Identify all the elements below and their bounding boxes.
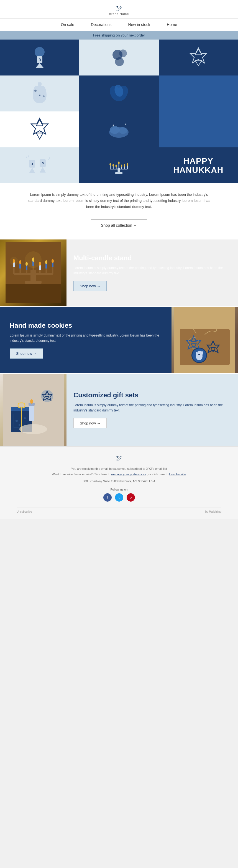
footer-address: 800 Broadway Suite 1500 New York, NY 900… xyxy=(17,479,221,483)
cookies-shop-now-button[interactable]: Shop now → xyxy=(10,348,43,359)
svg-rect-101 xyxy=(29,404,34,421)
cookies-title: Hand made cookies xyxy=(10,321,165,330)
svg-text:ח: ח xyxy=(38,57,41,62)
svg-marker-26 xyxy=(29,167,35,173)
candle-stand-title: Multi-candle stand xyxy=(73,254,231,262)
svg-point-42 xyxy=(110,163,111,166)
hero-cell-hanukkah-text: HAPPY HANUKKAH xyxy=(159,147,238,183)
hero-cell-dreidel: ח xyxy=(0,39,79,75)
svg-point-22 xyxy=(118,127,128,134)
gift-sets-shop-now-button[interactable]: Shop now → xyxy=(73,418,107,428)
gift-sets-content: Customized gift sets Lorem Ipsum is simp… xyxy=(67,374,238,446)
gift-sets-title: Customized gift sets xyxy=(73,391,231,399)
svg-point-103 xyxy=(30,399,33,404)
hero-cell-leaves xyxy=(79,75,158,112)
hero-cell-star-of-david xyxy=(0,112,79,147)
svg-text:✶: ✶ xyxy=(38,94,41,97)
hero-grid: ח ✶ xyxy=(0,39,238,183)
svg-rect-50 xyxy=(5,284,61,303)
cookies-content: Hand made cookies Lorem Ipsum is simply … xyxy=(0,307,171,373)
footer-subscription-text: You are receiving this email because you… xyxy=(17,466,221,477)
svg-point-111 xyxy=(19,424,20,426)
svg-point-70 xyxy=(19,260,21,264)
svg-point-108 xyxy=(19,424,47,434)
hero-cell-empty-1 xyxy=(159,75,238,112)
candle-stand-shop-now-button[interactable]: Shop now → xyxy=(73,281,107,291)
shipping-banner: Free shipping on your next order xyxy=(0,31,238,39)
svg-text:ה: ה xyxy=(42,161,44,165)
svg-rect-51 xyxy=(25,281,42,284)
svg-point-45 xyxy=(118,161,120,164)
svg-point-44 xyxy=(115,164,117,167)
cookies-image xyxy=(171,307,238,373)
svg-rect-10 xyxy=(38,83,42,86)
svg-point-110 xyxy=(24,417,26,419)
svg-marker-2 xyxy=(35,63,44,68)
nav-item-home[interactable]: Home xyxy=(167,22,177,27)
header: 🕊 Brand Name xyxy=(0,0,238,19)
manage-preferences-link[interactable]: manage your preferences xyxy=(111,472,146,476)
svg-point-46 xyxy=(121,164,123,167)
product-gift-sets: Customized gift sets Lorem Ipsum is simp… xyxy=(0,374,238,446)
hero-cell-star xyxy=(159,39,238,75)
nav-item-new-in-stock[interactable]: New in stock xyxy=(128,22,150,27)
description-section: Lorem Ipsum is simply dummy text of the … xyxy=(0,183,238,215)
shop-all-button[interactable]: Shop all collection → xyxy=(91,220,147,231)
svg-marker-7 xyxy=(190,48,207,63)
footer-mailchimp-link[interactable]: by Mailchimp xyxy=(205,510,221,513)
cookies-desc: Lorem Ipsum is simply dummy text of the … xyxy=(10,333,165,343)
facebook-icon[interactable]: f xyxy=(103,493,112,502)
svg-text:✶: ✶ xyxy=(112,124,115,127)
svg-marker-17 xyxy=(31,118,48,134)
svg-point-77 xyxy=(10,257,18,265)
hero-cell-menorah xyxy=(79,147,158,183)
logo-text: Brand Name xyxy=(0,12,238,16)
pinterest-icon[interactable]: p xyxy=(127,493,135,502)
nav-item-on-sale[interactable]: On sale xyxy=(61,22,74,27)
shop-all-container: Shop all collection → xyxy=(0,215,238,240)
svg-point-94 xyxy=(199,354,200,355)
footer: 🕊 You are receiving this email because y… xyxy=(0,446,238,519)
svg-rect-31 xyxy=(115,172,123,174)
gift-sets-desc: Lorem Ipsum is simply dummy text of the … xyxy=(73,403,231,413)
hero-cell-candles-small: ✶ ✶ xyxy=(79,112,158,147)
svg-point-75 xyxy=(52,259,54,263)
svg-marker-19 xyxy=(36,133,43,139)
logo-icon: 🕊 xyxy=(0,5,238,12)
email-wrapper: 🕊 Brand Name On sale Decorations New in … xyxy=(0,0,238,519)
candle-stand-content: Multi-candle stand Lorem Ipsum is simply… xyxy=(67,240,238,306)
description-text: Lorem Ipsum is simply dummy text of the … xyxy=(28,192,210,210)
footer-logo: 🕊 xyxy=(17,455,221,462)
gift-sets-image xyxy=(0,374,67,446)
svg-point-43 xyxy=(112,164,114,167)
svg-rect-90 xyxy=(196,352,197,355)
svg-point-6 xyxy=(115,57,124,66)
hero-cell-coins xyxy=(79,39,158,75)
svg-point-0 xyxy=(35,47,45,57)
svg-point-5 xyxy=(119,50,127,57)
hero-cell-dreidels-row4: ג ה xyxy=(0,147,79,183)
nav: On sale Decorations New in stock Home xyxy=(0,19,238,31)
social-section: Follow us on f t p xyxy=(17,488,221,502)
svg-rect-93 xyxy=(201,351,203,355)
candle-stand-image xyxy=(0,240,67,306)
svg-point-11 xyxy=(34,90,36,92)
svg-point-12 xyxy=(43,95,45,97)
svg-marker-29 xyxy=(39,167,46,173)
hero-cell-bottle: ✶ xyxy=(0,75,79,112)
nav-item-decorations[interactable]: Decorations xyxy=(91,22,112,27)
svg-point-74 xyxy=(45,260,47,264)
footer-unsubscribe-link[interactable]: Unsubscribe xyxy=(17,510,32,513)
svg-point-48 xyxy=(127,163,128,166)
unsubscribe-link[interactable]: Unsubscribe xyxy=(169,472,186,476)
twitter-icon[interactable]: t xyxy=(115,493,123,502)
candle-stand-desc: Lorem Ipsum is simply dummy text of the … xyxy=(73,266,231,276)
svg-text:✶: ✶ xyxy=(125,123,127,126)
svg-point-109 xyxy=(16,420,18,422)
svg-point-21 xyxy=(110,126,120,134)
svg-point-47 xyxy=(124,164,125,167)
product-cookies: Hand made cookies Lorem Ipsum is simply … xyxy=(0,307,238,373)
product-candle-stand: Multi-candle stand Lorem Ipsum is simply… xyxy=(0,240,238,306)
hero-cell-empty-2 xyxy=(159,112,238,147)
follow-us-label: Follow us on xyxy=(17,488,221,491)
